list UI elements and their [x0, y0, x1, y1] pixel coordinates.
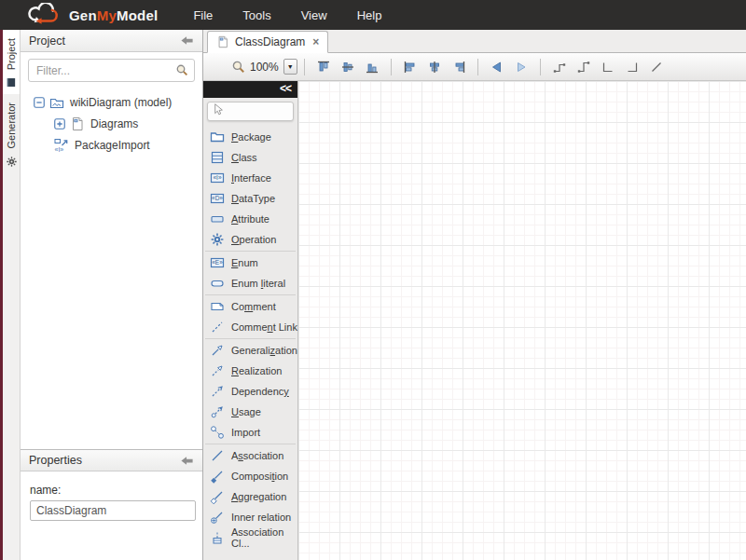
palette-item-label: Comment: [231, 301, 276, 312]
minus-box-icon[interactable]: [34, 97, 45, 108]
palette-item-label: Comment Link: [231, 321, 297, 333]
palette-separator: [205, 251, 296, 252]
palette-item-composition[interactable]: Composition: [203, 466, 297, 486]
menu-item-view[interactable]: View: [286, 3, 342, 28]
diagram-canvas[interactable]: [298, 81, 746, 560]
palette-item-generalization[interactable]: Generalization: [203, 340, 297, 361]
association-class-icon: [210, 530, 225, 545]
route-corner-left-button[interactable]: [597, 57, 619, 77]
sidebar-tab-generator[interactable]: Generator: [3, 94, 20, 173]
palette-item-comment[interactable]: Comment: [203, 296, 297, 317]
toolbar-separator: [540, 59, 541, 75]
align-right-button[interactable]: [448, 57, 470, 77]
tree-item-wikidiagram-model[interactable]: wikiDiagram (model): [28, 91, 195, 113]
project-panel-header: Project: [21, 30, 202, 52]
select-tool-button[interactable]: [207, 102, 294, 121]
palette-item-label: Operation: [231, 234, 276, 245]
model-folder-icon: [49, 95, 64, 110]
palette-separator: [205, 444, 296, 444]
palette-item-label: Composition: [231, 471, 288, 482]
route-step-button[interactable]: [548, 57, 571, 77]
palette-items: PackageClass«I»Interface«D»DataTypeAttri…: [203, 124, 297, 548]
menu-item-tools[interactable]: Tools: [228, 3, 285, 28]
project-tree: wikiDiagram (model)Diagrams«I»PackageImp…: [28, 82, 195, 156]
flip-left-button[interactable]: [486, 57, 508, 77]
palette-item-label: Import: [231, 427, 260, 438]
tree-item-diagrams[interactable]: Diagrams: [28, 113, 195, 134]
workspace: << PackageClass«I»Interface«D»DataTypeAt…: [203, 81, 746, 560]
properties-panel-title: Properties: [29, 454, 82, 467]
gear-icon: [6, 155, 18, 167]
palette-item-realization[interactable]: Realization: [203, 361, 297, 381]
palette-item-import[interactable]: Import: [203, 422, 297, 443]
toolbar-separator: [477, 59, 478, 75]
palette-item-label: Generalization: [231, 345, 297, 356]
palette-item-label: Interface: [231, 172, 271, 184]
name-field-label: name:: [30, 484, 193, 497]
plus-box-icon[interactable]: [54, 118, 65, 130]
palette-item-label: Inner relation: [231, 512, 291, 523]
align-left-button[interactable]: [399, 57, 421, 77]
book-icon: [6, 75, 18, 88]
align-top-button[interactable]: [312, 57, 335, 77]
palette-item-label: Aggregation: [231, 491, 286, 502]
palette-item-enum[interactable]: «E»Enum: [203, 253, 297, 273]
palette-item-association-cl[interactable]: Association Cl...: [203, 527, 297, 548]
palette-item-interface[interactable]: «I»Interface: [203, 168, 297, 188]
collapse-left-icon[interactable]: [180, 34, 194, 48]
zoom-dropdown-button[interactable]: ▼: [283, 59, 297, 75]
palette-item-aggregation[interactable]: Aggregation: [203, 486, 297, 507]
enum-icon: «E»: [210, 255, 225, 270]
cursor-icon: [211, 102, 225, 120]
top-menubar: GenMyModel FileToolsViewHelp: [0, 0, 746, 30]
palette-item-comment-link[interactable]: Comment Link: [203, 317, 297, 337]
menu-item-file[interactable]: File: [178, 3, 228, 28]
tab-classdiagram[interactable]: ClassDiagram ×: [207, 31, 328, 53]
palette-item-label: Association Cl...: [231, 526, 297, 549]
svg-text:«D»: «D»: [212, 195, 223, 201]
enum-literal-icon: [210, 276, 225, 291]
palette-item-usage[interactable]: Usage: [203, 402, 297, 422]
palette-item-enum-literal[interactable]: Enum literal: [203, 273, 297, 294]
palette-separator: [205, 338, 296, 339]
align-middle-button[interactable]: [337, 57, 359, 77]
palette-item-dependency[interactable]: Dependency: [203, 381, 297, 402]
toolbar-separator: [304, 59, 305, 75]
route-zigzag-button[interactable]: [573, 57, 595, 77]
palette-item-attribute[interactable]: Attribute: [203, 209, 297, 229]
palette-item-label: Package: [231, 131, 271, 143]
name-field[interactable]: [30, 500, 196, 521]
menu-item-help[interactable]: Help: [342, 3, 397, 28]
comment-icon: [210, 299, 225, 314]
tree-item-packageimport[interactable]: «I»PackageImport: [28, 134, 195, 156]
palette-item-association[interactable]: Association: [203, 445, 297, 466]
properties-panel-header: Properties: [21, 449, 202, 471]
close-tab-icon[interactable]: ×: [312, 35, 319, 48]
sidebar-tab-label: Generator: [6, 102, 17, 149]
route-corner-right-button[interactable]: [621, 57, 643, 77]
filter-input[interactable]: [28, 59, 195, 82]
attribute-icon: [210, 212, 225, 226]
properties-panel-body: name:: [21, 471, 202, 560]
flip-right-button[interactable]: [510, 57, 532, 77]
collapse-left-icon[interactable]: [180, 454, 194, 468]
palette-item-inner-relation[interactable]: Inner relation: [203, 507, 297, 527]
package-import-icon: «I»: [54, 138, 69, 153]
palette-item-datatype[interactable]: «D»DataType: [203, 188, 297, 209]
align-bottom-button[interactable]: [361, 57, 383, 77]
palette-item-label: Dependency: [231, 386, 289, 397]
sidebar-tab-label: Project: [6, 38, 17, 70]
palette-collapse-button[interactable]: <<: [203, 81, 297, 98]
palette-item-package[interactable]: Package: [203, 127, 297, 147]
svg-text:«I»: «I»: [213, 174, 221, 181]
import-icon: [210, 425, 225, 440]
left-panel: Project wikiDiagram (model)Diagrams«I»Pa…: [21, 30, 203, 560]
datatype-icon: «D»: [210, 191, 225, 206]
route-straight-button[interactable]: [645, 57, 668, 77]
usage-icon: [210, 404, 225, 419]
palette-item-class[interactable]: Class: [203, 147, 297, 168]
sidebar-tab-project[interactable]: Project: [3, 30, 20, 94]
align-center-button[interactable]: [423, 57, 446, 77]
palette-item-operation[interactable]: Operation: [203, 229, 297, 250]
menubar: FileToolsViewHelp: [178, 3, 396, 28]
